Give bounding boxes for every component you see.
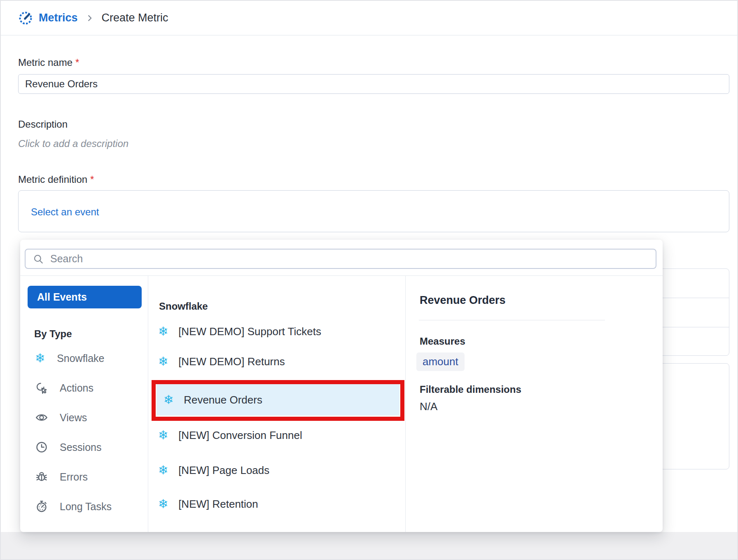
search-input[interactable] <box>49 252 656 265</box>
clock-icon <box>35 441 48 454</box>
measure-chip-amount[interactable]: amount <box>416 352 465 371</box>
event-item-label: [NEW DEMO] Support Tickets <box>178 325 321 338</box>
sidebar-item-label: Long Tasks <box>60 501 112 513</box>
select-event-link[interactable]: Select an event <box>31 206 99 218</box>
snowflake-icon: ❄ <box>158 355 168 368</box>
snowflake-icon: ❄ <box>158 498 168 510</box>
chevron-right-icon <box>85 14 94 23</box>
metric-definition-box: Select an event <box>18 190 729 232</box>
sidebar-item-label: Sessions <box>60 441 101 453</box>
required-asterisk: * <box>75 57 79 68</box>
stopwatch-icon <box>35 500 48 513</box>
event-item-label: [NEW] Page Loads <box>178 464 269 477</box>
metric-name-input[interactable] <box>18 74 729 94</box>
eye-icon <box>35 411 48 424</box>
snowflake-icon: ❄ <box>163 394 174 406</box>
description-placeholder[interactable]: Click to add a description <box>18 138 128 149</box>
detail-divider <box>419 320 605 320</box>
breadcrumb-metrics-link[interactable]: Metrics <box>39 12 78 24</box>
breadcrumb: Metrics Create Metric <box>1 1 737 35</box>
event-item-revenue-orders[interactable]: ❄ Revenue Orders <box>156 384 399 415</box>
event-group-header: Snowflake <box>159 301 208 312</box>
sidebar-item-sessions[interactable]: Sessions <box>35 438 101 456</box>
sidebar-item-label: Views <box>60 412 87 424</box>
snowflake-icon: ❄ <box>158 429 168 441</box>
sidebar-item-actions[interactable]: Actions <box>35 379 93 397</box>
page-title: Create Metric <box>102 12 168 24</box>
event-item-label: [NEW] Conversion Funnel <box>178 429 302 442</box>
cursor-click-icon <box>35 381 48 394</box>
event-detail-title: Revenue Orders <box>420 294 506 307</box>
all-events-button[interactable]: All Events <box>28 286 142 308</box>
event-item[interactable]: ❄ [NEW] Page Loads <box>158 461 269 479</box>
event-picker-dropdown: All Events By Type ❄ Snowflake Actions V… <box>20 240 663 532</box>
sidebar-item-views[interactable]: Views <box>35 408 87 427</box>
event-item-label: [NEW] Retention <box>178 498 258 511</box>
event-item[interactable]: ❄ [NEW DEMO] Support Tickets <box>158 322 321 341</box>
event-item[interactable]: ❄ [NEW] Retention <box>158 495 258 513</box>
column-divider <box>405 275 406 532</box>
panel-divider <box>20 275 663 276</box>
event-item-label: [NEW DEMO] Returns <box>178 355 285 368</box>
sidebar-item-errors[interactable]: Errors <box>35 468 88 486</box>
description-label: Description <box>18 119 68 130</box>
snowflake-icon: ❄ <box>158 325 168 338</box>
filterable-dimensions-value: N/A <box>420 400 437 413</box>
snowflake-icon: ❄ <box>35 352 45 364</box>
sidebar-item-label: Actions <box>60 382 93 394</box>
sidebar-item-long-tasks[interactable]: Long Tasks <box>35 497 112 516</box>
event-item[interactable]: ❄ [NEW] Conversion Funnel <box>158 426 302 444</box>
filterable-dimensions-label: Filterable dimensions <box>420 384 521 395</box>
event-item-label: Revenue Orders <box>184 394 262 406</box>
sidebar-item-label: Errors <box>60 471 88 483</box>
snowflake-icon: ❄ <box>158 464 168 476</box>
sidebar-item-label: Snowflake <box>57 352 104 364</box>
event-search-box <box>25 249 656 269</box>
by-type-header: By Type <box>34 328 72 340</box>
sidebar-item-snowflake[interactable]: ❄ Snowflake <box>35 349 105 367</box>
search-icon <box>33 254 44 264</box>
metrics-gauge-icon <box>18 11 33 26</box>
bug-icon <box>35 470 48 483</box>
required-asterisk: * <box>90 174 94 185</box>
measures-label: Measures <box>420 336 465 347</box>
page-bottom-background <box>1 532 737 559</box>
event-item[interactable]: ❄ [NEW DEMO] Returns <box>158 352 285 371</box>
metric-name-label: Metric name* <box>18 57 79 68</box>
create-metric-page: Metrics Create Metric Metric name* Descr… <box>0 0 738 560</box>
column-divider <box>148 275 148 532</box>
metric-definition-label: Metric definition* <box>18 174 94 185</box>
